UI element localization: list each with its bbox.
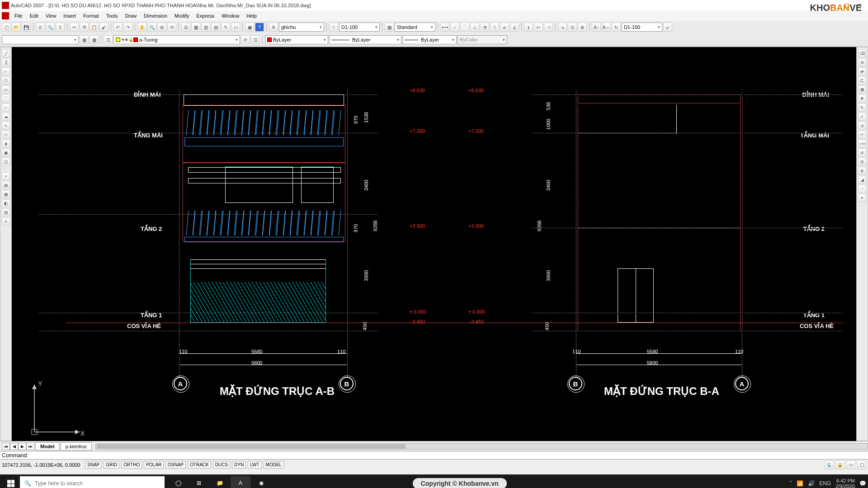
dim-tedit-icon[interactable]: A↔ <box>602 23 611 32</box>
toggle-model[interactable]: MODEL <box>264 461 284 469</box>
task-chrome-icon[interactable]: ◉ <box>251 476 271 488</box>
dim-style-btn-icon[interactable]: ↙ <box>663 23 672 32</box>
block-editor-icon[interactable]: ▣ <box>245 23 254 32</box>
tray-comm-icon[interactable]: 📡 <box>825 460 834 469</box>
tab-model[interactable]: Model <box>35 442 60 450</box>
move-icon[interactable]: ✥ <box>858 94 866 103</box>
tool-palettes-icon[interactable]: ▥ <box>201 23 210 32</box>
menu-draw[interactable]: Draw <box>121 12 140 20</box>
join-icon[interactable]: ⊕ <box>858 167 866 175</box>
toggle-lwt[interactable]: LWT <box>248 461 261 469</box>
help-icon[interactable]: ? <box>255 23 264 32</box>
gradient-icon[interactable]: ▦ <box>2 190 10 198</box>
task-autocad-icon[interactable]: A <box>231 476 250 488</box>
tab-next-icon[interactable]: ▶ <box>18 443 26 450</box>
tab-prev-icon[interactable]: ◀ <box>10 443 18 450</box>
task-cortana-icon[interactable]: ◯ <box>168 476 188 488</box>
ellipse-icon[interactable]: ⬭ <box>2 131 10 139</box>
h-scrollbar[interactable] <box>95 443 868 450</box>
std-combo[interactable]: Standard <box>395 23 435 32</box>
tab-layout1[interactable]: p.kientruc <box>61 442 92 450</box>
wifi-icon[interactable]: 📶 <box>797 480 803 487</box>
menu-file[interactable]: File <box>11 12 26 20</box>
save-icon[interactable]: 💾 <box>22 23 31 32</box>
task-explorer-icon[interactable]: 📁 <box>210 476 230 488</box>
array-icon[interactable]: ▦ <box>858 85 866 94</box>
fillet-icon[interactable]: ◜ <box>858 185 866 193</box>
arc-icon[interactable]: ⌒ <box>2 94 10 103</box>
tab-first-icon[interactable]: ⏮ <box>2 443 10 450</box>
copy-icon[interactable]: ⧉ <box>80 23 89 32</box>
copy2-icon[interactable]: ⧉ <box>858 58 866 66</box>
taskbar-search[interactable]: 🔍 Type here to search <box>20 476 165 488</box>
markup-icon[interactable]: ✎ <box>221 23 230 32</box>
toggle-dyn[interactable]: DYN <box>232 461 246 469</box>
model-canvas[interactable]: ĐỈNH MÁI TẦNG MÁI TẦNG 2 TẦNG 1 COS VỈA … <box>12 47 856 441</box>
dim-radius-icon[interactable]: ◔ <box>480 23 489 32</box>
publish-icon[interactable]: ⇪ <box>56 23 65 32</box>
lineweight-combo[interactable]: ByLayer <box>402 35 457 44</box>
extend-icon[interactable]: ⟹ <box>858 140 866 148</box>
rectangle-icon[interactable]: ▭ <box>2 85 10 94</box>
hatch-icon[interactable]: ▨ <box>2 181 10 189</box>
qdim-icon[interactable]: ⫿ <box>524 23 533 32</box>
sheet-set-icon[interactable]: ▤ <box>211 23 220 32</box>
menu-format[interactable]: Format <box>80 12 103 20</box>
toggle-grid[interactable]: GRID <box>104 461 119 469</box>
text-style-combo[interactable]: ghichu <box>279 23 324 32</box>
linetype-combo[interactable]: ByLayer <box>329 35 401 44</box>
dim-aligned-icon[interactable]: ⟋ <box>450 23 459 32</box>
center-mark-icon[interactable]: ⊕ <box>578 23 587 32</box>
undo-icon[interactable]: ↶ <box>113 23 123 32</box>
redo-icon[interactable]: ↷ <box>123 23 132 32</box>
trim-icon[interactable]: ✂ <box>858 131 866 139</box>
dim-ordinate-icon[interactable]: ⊥ <box>470 23 479 32</box>
dim-jogged-icon[interactable]: ⌇ <box>490 23 499 32</box>
make-block-icon[interactable]: ◫ <box>2 158 10 166</box>
xline-icon[interactable]: ╳ <box>2 58 10 66</box>
dim-angular-icon[interactable]: ∠ <box>510 23 519 32</box>
layer-props-icon[interactable]: ☲ <box>104 35 113 44</box>
line-icon[interactable]: ╱ <box>2 49 10 57</box>
menu-insert[interactable]: Insert <box>60 12 80 20</box>
matchprop-icon[interactable]: 🖌 <box>99 23 108 32</box>
layer-combo[interactable]: ☀❄🔓 a-Tuong <box>113 35 240 44</box>
qcalc-icon[interactable]: ▭ <box>231 23 240 32</box>
toggle-osnap[interactable]: OSNAP <box>165 461 186 469</box>
pan-icon[interactable]: ✋ <box>137 23 146 32</box>
toggle-otrack[interactable]: OTRACK <box>188 461 211 469</box>
menu-window[interactable]: Window <box>218 12 243 20</box>
tablestyle-icon[interactable]: ▦ <box>385 23 394 32</box>
revcloud-icon[interactable]: ☁ <box>2 113 10 121</box>
break-icon[interactable]: ⊟ <box>858 158 866 166</box>
dim-linear-icon[interactable]: ⟷ <box>440 23 449 32</box>
tab-last-icon[interactable]: ⏭ <box>26 443 34 450</box>
chamfer-icon[interactable]: ◢ <box>858 176 866 184</box>
start-button[interactable] <box>2 476 20 488</box>
print-icon[interactable]: ⎙ <box>36 23 45 32</box>
polygon-icon[interactable]: ⬠ <box>2 76 10 84</box>
explode-icon[interactable]: ✶ <box>858 194 866 202</box>
properties-icon[interactable]: ☰ <box>181 23 190 32</box>
zoom-prev-icon[interactable]: ⟲ <box>167 23 176 32</box>
tray-up-icon[interactable]: ˄ <box>789 480 792 487</box>
task-view-icon[interactable]: ⊞ <box>189 476 209 488</box>
toggle-ducs[interactable]: DUCS <box>213 461 230 469</box>
toggle-polar[interactable]: POLAR <box>144 461 164 469</box>
pline-icon[interactable]: ⌐ <box>2 67 10 75</box>
plot-preview-icon[interactable]: 🔍 <box>46 23 55 32</box>
dim2-combo[interactable]: D1-100 <box>622 23 662 32</box>
offset-icon[interactable]: ⊏ <box>858 76 866 84</box>
dim-update-icon[interactable]: ↻ <box>612 23 621 32</box>
menu-dimension[interactable]: Dimension <box>140 12 171 20</box>
menu-view[interactable]: View <box>42 12 60 20</box>
qleader-icon[interactable]: ↘ <box>558 23 567 32</box>
rotate-icon[interactable]: ↻ <box>858 103 866 112</box>
cut-icon[interactable]: ✂ <box>70 23 79 32</box>
view-btn1-icon[interactable]: ▦ <box>80 35 89 44</box>
ellipse-arc-icon[interactable]: ◗ <box>2 140 10 148</box>
dim-diameter-icon[interactable]: ⌀ <box>500 23 509 32</box>
notifications-icon[interactable]: 💬 <box>859 480 866 487</box>
toggle-ortho[interactable]: ORTHO <box>121 461 142 469</box>
region-icon[interactable]: ◧ <box>2 199 10 207</box>
